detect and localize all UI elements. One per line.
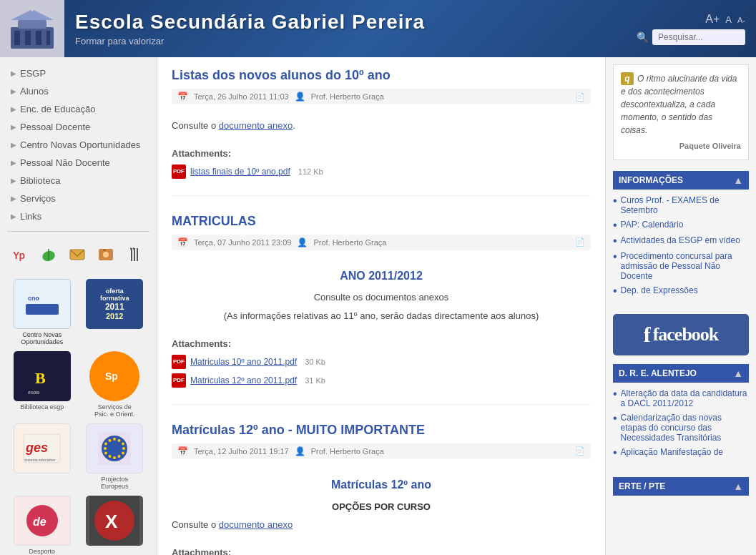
article-listas-body: Consulte o documento anexo.	[172, 112, 591, 141]
nav-arrow-icon: ▶	[11, 177, 16, 185]
dre-collapse-button[interactable]: ▲	[733, 368, 743, 379]
pdf-download-icon[interactable]: 📄	[575, 446, 585, 456]
attachment-link-1[interactable]: Matriculas 10º ano 2011.pdf	[190, 357, 297, 367]
article-matriculas-12: Matrículas 12º ano - MUITO IMPORTANTE 📅 …	[172, 423, 591, 555]
svg-point-32	[118, 439, 121, 442]
info-link-curos[interactable]: Curos Prof. - EXAMES de Setembro	[621, 195, 749, 215]
logo-image	[7, 6, 57, 52]
info-bullet-icon: •	[613, 413, 617, 424]
sidebar-item-links[interactable]: ▶ Links	[0, 207, 157, 225]
header-title-area: Escola Secundária Gabriel Pereira Formar…	[64, 4, 626, 54]
info-bullet-icon: •	[613, 388, 617, 400]
sidebar-item-enc-educacao[interactable]: ▶ Enc. de Educação	[0, 100, 157, 118]
pdf-download-icon[interactable]: 📄	[575, 92, 585, 102]
pdf-icon: PDF	[172, 164, 186, 179]
yp-icon-button[interactable]: Yp	[9, 243, 31, 266]
svg-rect-6	[46, 31, 50, 45]
sidebar-item-esgp[interactable]: ▶ ESGP	[0, 64, 157, 82]
sidebar-item-pessoal-nao-docente[interactable]: ▶ Pessoal Não Docente	[0, 154, 157, 172]
x-logo-box: X	[86, 496, 143, 546]
dre-link-calendarizacao[interactable]: Calendarização das novas etapas do concu…	[621, 413, 749, 443]
sidebar-item-cno[interactable]: ▶ Centro Novas Oportunidades	[0, 136, 157, 154]
ges-logo-box: ges sistema educativo	[14, 423, 71, 473]
font-decrease-button[interactable]: A-	[737, 16, 745, 24]
school-logo	[0, 0, 64, 57]
sidebar-item-pessoal-docente[interactable]: ▶ Pessoal Docente	[0, 118, 157, 136]
facebook-box[interactable]: f facebook	[613, 314, 749, 355]
calendar-icon: 📅	[177, 237, 188, 247]
quote-text: O ritmo alucinante da vida e dos acontec…	[621, 74, 737, 135]
nav-arrow-icon: ▶	[11, 87, 16, 95]
article-listas-meta: 📅 Terça, 26 Julho 2011 11:03 👤 Prof. Her…	[172, 89, 591, 104]
projectos-logo-box	[86, 423, 143, 473]
ges-logo-item[interactable]: ges sistema educativo	[9, 423, 76, 490]
servicos-logo-item[interactable]: Sp Serviços dePsic. e Orient.	[82, 351, 149, 418]
svg-text:esgp: esgp	[28, 390, 39, 394]
article-matriculas-12-heading: Matrículas 12º ano	[172, 476, 591, 494]
servicos-logo-label: Serviços dePsic. e Orient.	[94, 403, 135, 418]
dre-link-aplicacao[interactable]: Aplicação Manifestação de	[621, 447, 723, 457]
cno-logo-box: cno	[14, 279, 71, 329]
font-increase-button[interactable]: A+	[705, 13, 720, 26]
pdf-icon: PDF	[172, 355, 186, 369]
svg-text:Sp: Sp	[105, 370, 118, 382]
dre-section-header: D. R. E. ALENTEJO ▲	[613, 364, 749, 383]
cno-logo-item[interactable]: cno Centro NovasOportunidades	[9, 279, 76, 345]
attachment-size: 112 Kb	[298, 167, 323, 176]
attachment-link[interactable]: listas finais de 10º ano.pdf	[190, 167, 290, 177]
pdf-download-icon[interactable]: 📄	[575, 237, 585, 247]
info-bullet-icon: •	[613, 235, 617, 247]
sidebar-item-alunos[interactable]: ▶ Alunos	[0, 82, 157, 100]
photo-icon-button[interactable]	[94, 243, 117, 266]
matriculas-12-documento-link[interactable]: documento anexo	[219, 519, 293, 530]
info-link-dep[interactable]: Dep. de Expressões	[621, 285, 698, 295]
yp-icon: Yp	[11, 246, 29, 263]
info-link-pap[interactable]: PAP: Calendário	[621, 220, 684, 230]
info-link-procedimento[interactable]: Procedimento concursal para admissão de …	[621, 251, 749, 281]
attachment-size-2: 31 Kb	[305, 376, 325, 385]
facebook-f-icon: f	[644, 323, 651, 347]
sidebar-item-label: Alunos	[20, 86, 49, 97]
restaurant-icon-button[interactable]	[123, 243, 146, 266]
sidebar-divider	[7, 231, 149, 232]
mail-icon-button[interactable]	[66, 243, 89, 266]
oferta-logo-item[interactable]: oferta formativa 2011 2012	[82, 279, 149, 345]
attachment-link-2[interactable]: Matriculas 12º ano 2011.pdf	[190, 375, 297, 385]
erte-section-header: ERTE / PTE ▲	[613, 477, 749, 496]
desporto-logo-item[interactable]: de DesportoEscolar	[9, 496, 76, 555]
font-normal-button[interactable]: A	[725, 14, 732, 25]
article-listas-text: Consulte o documento anexo.	[172, 119, 591, 134]
dre-link-alteracao[interactable]: Alteração da data da candidatura a DACL …	[621, 388, 749, 408]
info-item: • Procedimento concursal para admissão d…	[613, 251, 749, 281]
sidebar-item-label: Pessoal Não Docente	[20, 157, 110, 168]
search-icon: 🔍	[637, 31, 649, 43]
projectos-logo-item[interactable]: ProjectosEuropeus	[82, 423, 149, 490]
calendar-icon: 📅	[177, 446, 188, 456]
sidebar-item-biblioteca[interactable]: ▶ Biblioteca	[0, 172, 157, 190]
biblioteca-logo-item[interactable]: B esgp Biblioteca esgp	[9, 351, 76, 418]
x-logo-item[interactable]: X	[82, 496, 149, 555]
sidebar-item-servicos[interactable]: ▶ Serviços	[0, 190, 157, 207]
article-matriculas-author: Prof. Herberto Graça	[313, 238, 386, 247]
search-input[interactable]	[652, 29, 745, 45]
article-matriculas-12-title[interactable]: Matrículas 12º ano - MUITO IMPORTANTE	[172, 423, 591, 438]
photo-icon	[97, 246, 114, 263]
article-matriculas-12-body: Matrículas 12º ano OPÇÕES POR CURSO Cons…	[172, 466, 591, 540]
leaf-icon-button[interactable]	[37, 243, 60, 266]
article-matriculas-heading: ANO 2011/2012	[172, 267, 591, 285]
article-matriculas-meta: 📅 Terça, 07 Junho 2011 23:09 👤 Prof. Her…	[172, 235, 591, 250]
listas-documento-link[interactable]: documento anexo	[219, 120, 293, 131]
info-link-actividades[interactable]: Actividades da ESGP em vídeo	[621, 235, 740, 245]
oferta-logo-box: oferta formativa 2011 2012	[86, 279, 143, 329]
informacoes-collapse-button[interactable]: ▲	[733, 175, 743, 186]
article-matriculas-title[interactable]: MATRICULAS	[172, 214, 591, 229]
info-item: • Dep. de Expressões	[613, 285, 749, 297]
svg-text:Yp: Yp	[13, 250, 25, 261]
dre-list: • Alteração da data da candidatura a DAC…	[613, 388, 749, 468]
article-listas-title[interactable]: Listas dos novos alunos do 10º ano	[172, 68, 591, 83]
attachment-item: PDF listas finais de 10º ano.pdf 112 Kb	[172, 162, 591, 181]
sidebar-item-label: Pessoal Docente	[20, 122, 90, 132]
article-matriculas-body: ANO 2011/2012 Consulte os documentos ane…	[172, 257, 591, 331]
article-listas-author: Prof. Herberto Graça	[311, 92, 384, 101]
erte-collapse-button[interactable]: ▲	[733, 481, 743, 492]
